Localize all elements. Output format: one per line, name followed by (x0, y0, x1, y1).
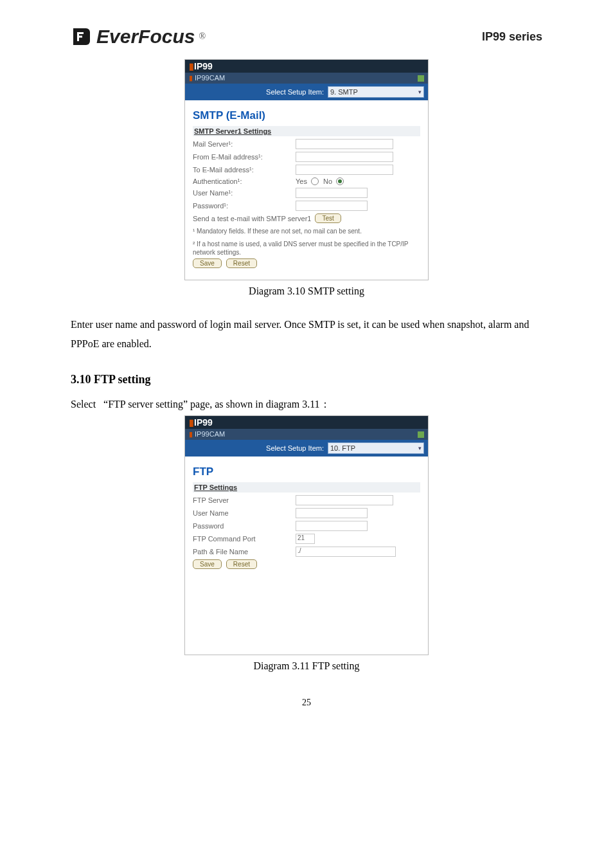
footnote-2: ² If a host name is used, a valid DNS se… (193, 240, 420, 257)
series-label: IP99 series (482, 30, 542, 44)
chevron-down-icon: ▾ (418, 89, 422, 95)
registered-icon: ® (199, 32, 206, 42)
section-heading: 3.10 FTP setting (71, 373, 542, 386)
mail-server-input[interactable] (296, 139, 393, 149)
auth-no-label: No (323, 177, 332, 185)
ftp-heading: FTP (193, 466, 420, 478)
from-email-label: From E-Mail address¹: (193, 153, 296, 161)
to-email-input[interactable] (296, 165, 393, 175)
smtp-section-title: SMTP Server1 Settings (193, 126, 420, 136)
save-button[interactable]: Save (193, 258, 222, 268)
setup-select[interactable]: 10. FTP ▾ (328, 442, 424, 454)
ftp-user-label: User Name (193, 509, 296, 517)
ftp-panel: ▮IP99 ▮ IP99CAM Select Setup Item: 10. F… (184, 415, 429, 655)
figure-caption-2: Diagram 3.11 FTP setting (71, 660, 542, 672)
from-email-input[interactable] (296, 152, 393, 162)
auth-label: Authentication¹: (193, 177, 296, 185)
mail-server-label: Mail Server¹: (193, 140, 296, 148)
ftp-path-input[interactable]: ./ (296, 547, 396, 557)
brand-text: EverFocus (96, 26, 195, 48)
chevron-down-icon: ▾ (418, 445, 422, 451)
user-name-label: User Name¹: (193, 189, 296, 197)
setup-select[interactable]: 9. SMTP ▾ (328, 86, 424, 98)
paragraph-1: Enter user name and password of login ma… (71, 315, 542, 354)
password-label: Password¹: (193, 202, 296, 210)
ftp-path-label: Path & File Name (193, 548, 296, 556)
status-indicator (418, 75, 424, 82)
ftp-password-input[interactable] (296, 521, 368, 531)
page-number: 25 (71, 698, 542, 708)
logo-icon (71, 26, 93, 48)
reset-button[interactable]: Reset (226, 258, 257, 268)
auth-yes-radio[interactable] (311, 177, 319, 185)
ftp-server-label: FTP Server (193, 496, 296, 504)
window-title: ▮IP99 (185, 60, 428, 73)
setup-select-row: Select Setup Item: 10. FTP ▾ (185, 440, 428, 457)
setup-select-row: Select Setup Item: 9. SMTP ▾ (185, 84, 428, 100)
brand-logo: EverFocus ® (71, 26, 206, 48)
paragraph-2: Select “FTP server setting” page, as sho… (71, 398, 542, 411)
to-email-label: To E-Mail address¹: (193, 166, 296, 174)
window-title: ▮IP99 (185, 416, 428, 429)
svg-rect-2 (77, 36, 82, 38)
test-button[interactable]: Test (315, 213, 341, 223)
ftp-port-label: FTP Command Port (193, 535, 296, 543)
ftp-user-input[interactable] (296, 508, 368, 518)
password-input[interactable] (296, 201, 368, 211)
setup-select-label: Select Setup Item: (266, 88, 324, 96)
reset-button[interactable]: Reset (226, 559, 257, 569)
smtp-heading: SMTP (E-Mail) (193, 109, 420, 122)
setup-select-label: Select Setup Item: (266, 444, 324, 452)
footnote-1: ¹ Mandatory fields. If these are not set… (193, 227, 420, 236)
ftp-server-input[interactable] (296, 495, 393, 505)
auth-yes-label: Yes (296, 177, 307, 185)
figure-caption-1: Diagram 3.10 SMTP setting (71, 285, 542, 297)
user-name-input[interactable] (296, 188, 368, 198)
window-subtitle: ▮ IP99CAM (185, 73, 428, 84)
setup-select-value: 10. FTP (330, 444, 355, 452)
auth-no-radio[interactable] (336, 177, 344, 185)
svg-rect-1 (77, 32, 84, 34)
ftp-password-label: Password (193, 522, 296, 530)
ftp-port-input[interactable]: 21 (296, 534, 315, 544)
status-indicator (418, 431, 424, 438)
ftp-section-title: FTP Settings (193, 482, 420, 493)
window-subtitle: ▮ IP99CAM (185, 429, 428, 440)
send-test-label: Send a test e-mail with SMTP server1 (193, 215, 311, 222)
smtp-panel: ▮IP99 ▮ IP99CAM Select Setup Item: 9. SM… (184, 59, 429, 280)
setup-select-value: 9. SMTP (330, 88, 358, 96)
page-header: EverFocus ® IP99 series (71, 26, 542, 48)
save-button[interactable]: Save (193, 559, 222, 569)
